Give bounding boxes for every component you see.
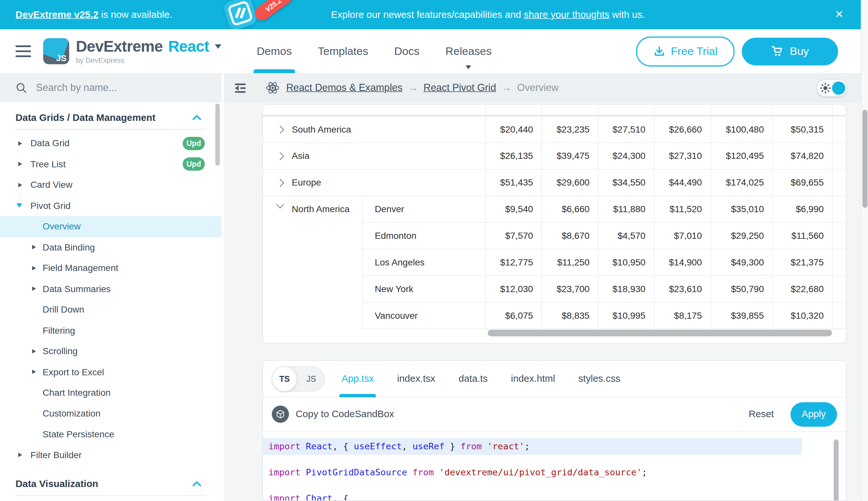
sidebar-scrollbar[interactable] [215, 104, 220, 166]
sidebar-item-pivot-grid[interactable]: Pivot Grid [0, 195, 221, 216]
code-token: 'react' [487, 441, 525, 451]
nav-item-label: Demos [257, 45, 292, 57]
pivot-row-header-cell[interactable]: South America [263, 116, 486, 142]
code-editor[interactable]: import React, { useEffect, useRef } from… [263, 431, 846, 501]
breadcrumb-separator: → [408, 82, 418, 94]
collapse-chevron-icon[interactable] [276, 201, 284, 208]
pivot-row-header-cell[interactable]: Europe [263, 170, 486, 195]
collapse-sidebar-icon[interactable] [233, 81, 248, 95]
close-icon[interactable]: ✕ [835, 8, 844, 21]
search-icon [15, 82, 27, 94]
reset-button[interactable]: Reset [749, 408, 774, 420]
code-tab-data-ts[interactable]: data.ts [459, 360, 488, 397]
sidebar-item-data-grid[interactable]: Data GridUpd [0, 133, 221, 154]
pivot-value-cell: $7,010 [655, 223, 711, 249]
pivot-row-clipped [263, 105, 846, 116]
section-data-grids[interactable]: Data Grids / Data Management [0, 106, 221, 129]
section-data-visualization[interactable]: Data Visualization [0, 472, 221, 495]
pivot-value-cell: $8,835 [542, 302, 598, 329]
pivot-value-cell: $174,025 [711, 170, 773, 195]
triangle-right-icon [32, 266, 36, 270]
pivot-value-cell: $14,900 [655, 249, 711, 275]
theme-toggle[interactable] [817, 79, 847, 96]
expand-chevron-icon[interactable] [276, 125, 284, 133]
pivot-value-cell: $50,790 [711, 276, 773, 302]
pivot-value-cell: $6,990 [773, 196, 833, 222]
code-scrollbar[interactable] [834, 439, 838, 501]
search-input[interactable] [35, 82, 192, 94]
pivot-value-cell: $8,175 [655, 302, 711, 329]
sidebar-item-card-view[interactable]: Card View [0, 174, 221, 195]
sun-icon [820, 82, 831, 93]
pivot-row-header-cell [263, 105, 486, 115]
hamburger-menu-icon[interactable] [15, 43, 31, 60]
code-tab-index-html[interactable]: index.html [511, 360, 555, 397]
sidebar-item-tree-list[interactable]: Tree ListUpd [0, 154, 221, 174]
buy-button[interactable]: Buy [742, 38, 838, 65]
share-thoughts-link[interactable]: share your thoughts [524, 9, 609, 20]
sidebar-item-filter-builder[interactable]: Filter Builder [0, 445, 221, 466]
sidebar-item-overview[interactable]: Overview [0, 216, 221, 237]
page-scrollbar-thumb[interactable] [862, 110, 867, 208]
sidebar-item-state-persistence[interactable]: State Persistence [0, 424, 221, 445]
sidebar-item-customization[interactable]: Customization [0, 403, 221, 424]
chevron-down-icon[interactable] [215, 44, 221, 49]
pivot-value-cell: $27,310 [655, 143, 711, 169]
pivot-row-header-cell[interactable]: Asia [263, 143, 486, 169]
breadcrumb-link-pivot-grid[interactable]: React Pivot Grid [424, 82, 496, 94]
sidebar-item-export-to-excel[interactable]: Export to Excel [0, 362, 221, 382]
sidebar-item-scrolling[interactable]: Scrolling [0, 341, 221, 362]
pivot-value-cell: $26,660 [655, 116, 711, 142]
triangle-right-icon [18, 453, 22, 457]
devextreme-logo[interactable]: JS DevExtreme React by DevExpress [43, 38, 221, 64]
pivot-row-header-cell[interactable]: North America [263, 196, 363, 329]
nav-item-releases[interactable]: Releases [446, 29, 492, 73]
breadcrumb-link-demos[interactable]: React Demos & Examples [286, 82, 403, 94]
language-toggle[interactable]: TS JS [272, 366, 325, 391]
pivot-row-new-york: New York$12,030$23,700$18,930$23,610$50,… [363, 276, 846, 302]
sidebar-item-chart-integration[interactable]: Chart Integration [0, 382, 221, 403]
pivot-value-cell [486, 105, 542, 115]
nav-item-demos[interactable]: Demos [257, 29, 292, 73]
free-trial-button[interactable]: Free Trial [636, 36, 735, 66]
sidebar-item-filtering[interactable]: Filtering [0, 320, 221, 341]
sidebar-item-field-management[interactable]: Field Management [0, 258, 221, 278]
code-tab-app-tsx[interactable]: App.tsx [341, 360, 374, 397]
sidebar-item-drill-down[interactable]: Drill Down [0, 299, 221, 320]
region-label: North America [292, 204, 350, 214]
banner-version-text: DevExtreme v25.2 is now available. [15, 9, 172, 20]
sidebar-item-label: Export to Excel [43, 367, 104, 377]
nav-item-templates[interactable]: Templates [318, 29, 368, 73]
banner-version-link[interactable]: DevExtreme v25.2 [15, 9, 99, 20]
page-scrollbar-track[interactable] [861, 0, 868, 501]
theme-toggle-knob[interactable] [832, 81, 845, 95]
sidebar-item-label: Drill Down [43, 305, 84, 315]
apply-button[interactable]: Apply [790, 402, 837, 426]
triangle-right-icon [18, 183, 22, 187]
cart-icon [771, 45, 783, 57]
sidebar-item-data-summaries[interactable]: Data Summaries [0, 278, 221, 299]
triangle-right-icon [32, 349, 36, 353]
divider [15, 495, 206, 496]
sidebar-item-label: Card View [31, 180, 73, 190]
nav-item-docs[interactable]: Docs [394, 29, 419, 73]
code-line: import PivotGridDataSource from 'devextr… [263, 464, 846, 481]
code-tab-styles-css[interactable]: styles.css [579, 360, 620, 397]
triangle-right-icon [32, 370, 36, 374]
expand-chevron-icon[interactable] [276, 152, 284, 160]
pivot-value-cell: $23,235 [542, 116, 598, 142]
framework-selector[interactable]: React [168, 39, 209, 54]
app-header: JS DevExtreme React by DevExpress DemosT… [0, 29, 868, 73]
language-option-js[interactable]: JS [306, 374, 316, 383]
copy-to-codesandbox-button[interactable]: Copy to CodeSandBox [296, 408, 394, 420]
sidebar-item-data-binding[interactable]: Data Binding [0, 237, 221, 258]
language-option-ts[interactable]: TS [272, 366, 297, 391]
chevron-up-icon [192, 481, 201, 487]
code-token: 'devextreme/ui/pivot_grid/data_source' [439, 467, 642, 478]
codesandbox-icon[interactable] [272, 405, 289, 423]
code-token: useRef [413, 441, 445, 451]
pivot-value-cell: $69,655 [773, 170, 833, 195]
code-tab-index-tsx[interactable]: index.tsx [397, 360, 435, 397]
expand-chevron-icon[interactable] [276, 179, 284, 186]
horizontal-scrollbar-thumb[interactable] [487, 330, 832, 336]
